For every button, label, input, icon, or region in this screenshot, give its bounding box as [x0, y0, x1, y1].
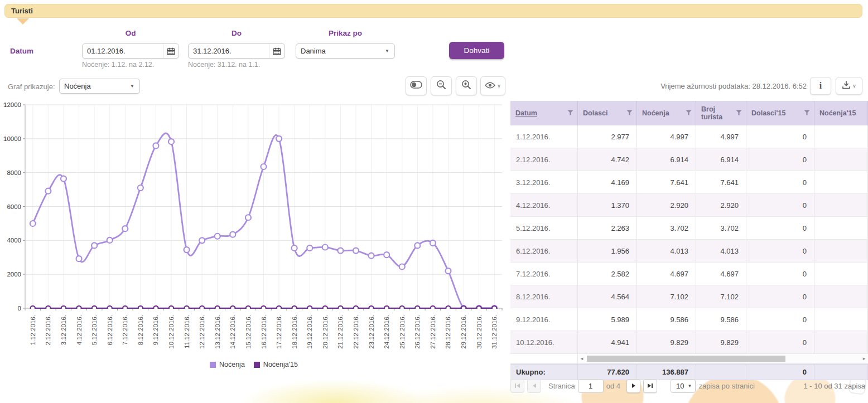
date-to-input[interactable]: [189, 47, 269, 55]
filter-icon[interactable]: [804, 109, 810, 117]
date-from-input[interactable]: [83, 47, 163, 55]
chart-legend: NoćenjaNoćenja'15: [0, 361, 508, 368]
filter-icon[interactable]: [686, 109, 692, 117]
total-value: [814, 365, 868, 380]
line-chart[interactable]: 0200040006000800010000120001.12.2016.2.1…: [0, 101, 508, 363]
table-row[interactable]: 5.12.2016.2.2633.7023.7020: [510, 217, 868, 240]
column-header-5[interactable]: Dolasci'15: [746, 101, 814, 125]
chevron-down-icon: ∨: [497, 83, 501, 89]
svg-text:27.12.2016.: 27.12.2016.: [430, 315, 436, 349]
page-size-value: 10: [671, 382, 687, 390]
calendar-icon[interactable]: [163, 44, 179, 58]
page-number-input[interactable]: [578, 379, 604, 393]
tab-turisti[interactable]: Turisti: [4, 4, 862, 18]
table-row[interactable]: 4.12.2016.1.3702.9202.9200: [510, 194, 868, 217]
cell-datum: 3.12.2016.: [510, 171, 578, 193]
last-page-icon: [648, 383, 651, 388]
cell-value: 1.956: [578, 240, 637, 262]
info-button[interactable]: i: [810, 77, 831, 95]
table-row[interactable]: 9.12.2016.5.9899.5869.5860: [510, 308, 868, 331]
svg-text:8.12.2016.: 8.12.2016.: [137, 315, 144, 345]
table-row[interactable]: 3.12.2016.4.1697.6417.6410: [510, 171, 868, 194]
dropdown-arrow-icon[interactable]: ▼: [380, 44, 394, 58]
table-row[interactable]: 10.12.2016.4.9419.8299.8290: [510, 331, 868, 354]
scrollbar-thumb[interactable]: [587, 356, 785, 362]
svg-text:11.12.2016.: 11.12.2016.: [184, 315, 190, 348]
svg-text:31.12.2016.: 31.12.2016.: [491, 315, 498, 349]
cell-value: [814, 125, 868, 148]
scroll-right-icon[interactable]: ▸: [860, 354, 868, 363]
svg-text:26.12.2016.: 26.12.2016.: [414, 315, 421, 349]
toggle-series-button[interactable]: [406, 76, 427, 95]
page-size-select[interactable]: 10 ▼: [671, 379, 696, 393]
column-header-2[interactable]: Dolasci: [578, 101, 637, 125]
legend-item[interactable]: Noćenja: [210, 361, 245, 368]
svg-text:13.12.2016.: 13.12.2016.: [214, 315, 221, 349]
svg-text:17.12.2016.: 17.12.2016.: [276, 315, 282, 349]
grid-body: 1.12.2016.2.9774.9974.99702.12.2016.4.74…: [510, 125, 868, 354]
scroll-left-icon[interactable]: ◂: [578, 354, 586, 363]
visibility-menu-button[interactable]: ∨: [480, 76, 505, 95]
cell-value: 3.702: [637, 217, 696, 239]
cell-value: 3.702: [696, 217, 746, 239]
graf-prikazuje-value: Noćenja: [60, 82, 125, 90]
graf-prikazuje-select[interactable]: Noćenja ▼: [59, 79, 140, 94]
cell-value: 6.914: [637, 148, 696, 171]
next-page-button[interactable]: [626, 379, 640, 393]
dropdown-arrow-icon[interactable]: ▼: [125, 79, 139, 93]
svg-text:16.12.2016.: 16.12.2016.: [261, 315, 267, 349]
table-row[interactable]: 7.12.2016.2.5824.6974.6970: [510, 263, 868, 285]
first-page-button[interactable]: [510, 379, 524, 393]
calendar-icon[interactable]: [269, 44, 284, 58]
page-of-label: od 4: [606, 382, 620, 390]
svg-text:0: 0: [18, 305, 21, 312]
svg-text:19.12.2016.: 19.12.2016.: [306, 315, 313, 349]
zoom-out-button[interactable]: [431, 76, 452, 95]
download-menu-button[interactable]: ∨: [836, 77, 862, 95]
od-label: Od: [82, 29, 179, 37]
filter-icon[interactable]: [567, 109, 573, 117]
column-header-3[interactable]: Noćenja: [637, 101, 696, 125]
table-row[interactable]: 1.12.2016.2.9774.9974.9970: [510, 125, 868, 148]
zoom-in-icon: [461, 80, 471, 92]
prev-page-button[interactable]: [527, 379, 541, 393]
toggle-icon: [410, 81, 422, 91]
svg-text:28.12.2016.: 28.12.2016.: [445, 315, 451, 349]
legend-item[interactable]: Noćenja'15: [254, 361, 298, 368]
data-grid: DatumDolasciNoćenjaBroj turistaDolasci'1…: [510, 101, 868, 380]
datum-label: Datum: [10, 47, 33, 55]
prikaz-po-select[interactable]: Danima ▼: [296, 43, 395, 59]
svg-text:22.12.2016.: 22.12.2016.: [353, 315, 359, 349]
cell-value: [814, 194, 868, 216]
zoom-in-button[interactable]: [456, 76, 477, 95]
dohvati-button[interactable]: Dohvati: [449, 42, 504, 59]
svg-text:25.12.2016.: 25.12.2016.: [399, 315, 406, 349]
legend-swatch: [210, 362, 216, 368]
column-header-label: Noćenja'15: [819, 109, 856, 117]
do-label: Do: [188, 29, 285, 37]
horizontal-scrollbar[interactable]: ◂ ▸: [578, 354, 868, 363]
date-to-inputbox: [188, 43, 285, 59]
svg-text:30.12.2016.: 30.12.2016.: [476, 315, 483, 349]
cell-value: 4.564: [578, 285, 637, 308]
cell-value: 4.013: [637, 240, 696, 262]
cell-value: 0: [746, 331, 814, 353]
table-row[interactable]: 8.12.2016.4.5647.1027.1020: [510, 285, 868, 308]
cell-datum: 5.12.2016.: [510, 217, 578, 239]
column-header-label: Datum: [515, 109, 537, 117]
cell-value: [814, 240, 868, 262]
table-row[interactable]: 6.12.2016.1.9564.0134.0130: [510, 240, 868, 263]
column-header-6[interactable]: Noćenja'15: [814, 101, 868, 125]
last-page-button[interactable]: [643, 379, 657, 393]
date-from-inputbox: [82, 43, 179, 59]
filter-icon[interactable]: [736, 109, 742, 117]
svg-text:24.12.2016.: 24.12.2016.: [383, 315, 390, 349]
cell-value: 4.013: [696, 240, 746, 262]
column-header-1[interactable]: Datum: [510, 101, 578, 125]
column-header-4[interactable]: Broj turista: [696, 101, 746, 125]
svg-text:12.12.2016.: 12.12.2016.: [199, 315, 205, 349]
filter-icon[interactable]: [626, 109, 633, 117]
table-row[interactable]: 2.12.2016.4.7426.9146.9140: [510, 148, 868, 171]
info-icon: i: [819, 81, 822, 91]
page-size-label: zapisa po stranici: [698, 382, 754, 390]
